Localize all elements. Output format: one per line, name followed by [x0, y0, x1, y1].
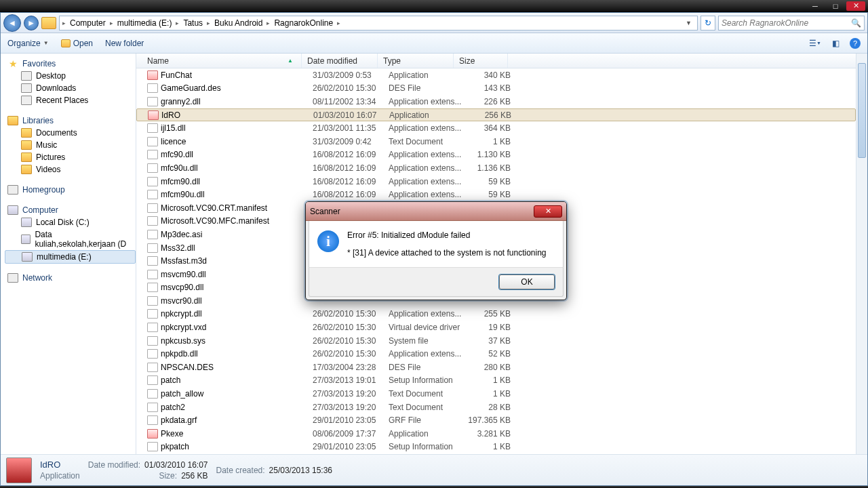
file-row[interactable]: licence31/03/2009 0:42Text Document1 KB — [136, 135, 856, 148]
preview-pane-button[interactable]: ◧ — [829, 37, 842, 49]
organize-button[interactable]: Organize ▼ — [7, 39, 49, 48]
sidebar-item-drive-e[interactable]: multimedia (E:) — [5, 250, 136, 264]
col-type[interactable]: Type — [378, 54, 454, 68]
ok-button[interactable]: OK — [499, 274, 555, 289]
file-type: Application extens... — [389, 123, 465, 133]
file-row[interactable]: patch27/03/2013 19:01Setup Information1 … — [136, 374, 856, 388]
file-icon — [147, 230, 158, 239]
crumb[interactable]: Computer — [68, 18, 107, 28]
crumb[interactable]: Tatus — [182, 18, 204, 28]
crumb[interactable]: RagnarokOnline — [273, 18, 334, 28]
file-row[interactable]: npkcrypt.vxd26/02/2010 15:30Virtual devi… — [136, 321, 856, 334]
view-options-button[interactable]: ☰ ▼ — [809, 37, 821, 49]
sidebar-homegroup[interactable]: Homegroup — [5, 184, 136, 196]
file-row[interactable]: npkcusb.sys26/02/2010 15:30System file37… — [136, 334, 856, 348]
file-date: 21/03/2001 11:35 — [313, 123, 389, 133]
file-row[interactable]: FunChat31/03/2009 0:53Application340 KB — [136, 68, 856, 82]
col-size[interactable]: Size — [454, 54, 508, 68]
file-name: Mp3dec.asi — [161, 230, 313, 239]
file-type: Application extens... — [389, 309, 465, 319]
minimize-button[interactable]: ─ — [806, 1, 825, 11]
file-row[interactable]: IdRO01/03/2010 16:07Application256 KB — [136, 108, 856, 122]
file-size: 255 KB — [465, 309, 515, 319]
file-row[interactable]: pkdata.grf29/01/2010 23:05GRF File197.36… — [136, 413, 856, 427]
file-date: 29/01/2010 23:05 — [313, 415, 389, 425]
help-button[interactable]: ? — [850, 38, 861, 49]
file-name: NPSCAN.DES — [161, 363, 313, 372]
file-date: 27/03/2013 19:20 — [313, 403, 389, 412]
sidebar-libraries[interactable]: Libraries — [5, 115, 136, 127]
chevron-down-icon[interactable]: ▼ — [683, 20, 694, 26]
sidebar-computer[interactable]: Computer — [5, 204, 136, 216]
file-size: 226 KB — [465, 97, 515, 106]
file-row[interactable]: ijl15.dll21/03/2001 11:35Application ext… — [136, 121, 856, 135]
sidebar-item-drive-c[interactable]: Local Disk (C:) — [5, 216, 136, 228]
file-row[interactable]: granny2.dll08/11/2002 13:34Application e… — [136, 95, 856, 108]
file-size: 1 KB — [465, 137, 515, 146]
back-button[interactable]: ◄ — [3, 14, 21, 32]
file-row[interactable]: GameGuard.des26/02/2010 15:30DES File143… — [136, 82, 856, 96]
file-icon — [147, 97, 158, 106]
error-dialog: Scanner ✕ i Error #5: Initialized dModul… — [305, 201, 567, 300]
dialog-titlebar[interactable]: Scanner ✕ — [306, 202, 566, 221]
file-icon — [147, 429, 158, 439]
file-type: Text Document — [389, 137, 465, 146]
file-row[interactable]: NPSCAN.DES17/03/2004 23:28DES File280 KB — [136, 361, 856, 374]
file-date: 16/08/2012 16:09 — [313, 150, 389, 159]
file-size: 280 KB — [465, 363, 515, 372]
file-name: npkcrypt.dll — [161, 309, 313, 319]
sidebar-item-documents[interactable]: Documents — [5, 127, 136, 139]
maximize-button[interactable]: □ — [826, 1, 845, 11]
sidebar-favorites[interactable]: ★Favorites — [5, 58, 136, 70]
file-row[interactable]: npkcrypt.dll26/02/2010 15:30Application … — [136, 308, 856, 321]
file-row[interactable]: mfc90.dll16/08/2012 16:09Application ext… — [136, 148, 856, 162]
sidebar-network[interactable]: Network — [5, 272, 136, 284]
file-type: Application — [389, 429, 465, 439]
file-name: GameGuard.des — [161, 83, 313, 93]
col-name[interactable]: Name▲ — [136, 54, 302, 68]
file-row[interactable]: npkpdb.dll26/02/2010 15:30Application ex… — [136, 347, 856, 361]
crumb[interactable]: Buku Android — [213, 18, 264, 28]
computer-icon — [7, 205, 18, 215]
col-date[interactable]: Date modified — [302, 54, 378, 68]
sidebar-item-pictures[interactable]: Pictures — [5, 151, 136, 163]
sidebar-item-drive-d[interactable]: Data kuliah,sekolah,kerjaan (D — [5, 228, 136, 250]
open-button[interactable]: Open — [61, 39, 93, 48]
forward-button[interactable]: ► — [24, 16, 39, 30]
file-row[interactable]: patch227/03/2013 19:20Text Document28 KB — [136, 401, 856, 414]
file-row[interactable]: Pkexe08/06/2009 17:37Application3.281 KB — [136, 427, 856, 441]
sidebar-item-videos[interactable]: Videos — [5, 163, 136, 176]
file-type: System file — [389, 336, 465, 346]
file-name: mfc90u.dll — [161, 163, 313, 173]
file-name: patch2 — [161, 403, 313, 412]
search-icon[interactable]: 🔍 — [851, 18, 861, 28]
dialog-close-button[interactable]: ✕ — [534, 205, 562, 218]
file-date: 26/02/2010 15:30 — [313, 336, 389, 346]
scrollbar[interactable] — [856, 54, 867, 454]
file-thumbnail — [6, 458, 32, 483]
refresh-button[interactable]: ↻ — [701, 16, 715, 30]
file-row[interactable]: patch_allow27/03/2013 19:20Text Document… — [136, 387, 856, 401]
search-field[interactable] — [722, 18, 851, 28]
dialog-title: Scanner — [310, 207, 340, 216]
new-folder-button[interactable]: New folder — [105, 39, 144, 48]
file-name: npkcrypt.vxd — [161, 323, 313, 332]
close-button[interactable]: ✕ — [846, 1, 865, 11]
file-row[interactable]: mfcm90.dll16/08/2012 16:09Application ex… — [136, 175, 856, 188]
file-size: 59 KB — [465, 177, 515, 186]
sidebar-item-music[interactable]: Music — [5, 139, 136, 151]
file-row[interactable]: pkpatch29/01/2010 23:05Setup Information… — [136, 441, 856, 454]
file-row[interactable]: mfc90u.dll16/08/2012 16:09Application ex… — [136, 161, 856, 175]
crumb[interactable]: multimedia (E:) — [116, 18, 174, 28]
search-input[interactable]: 🔍 — [718, 16, 865, 30]
file-row[interactable]: mfcm90u.dll16/08/2012 16:09Application e… — [136, 188, 856, 201]
sidebar-item-desktop[interactable]: Desktop — [5, 70, 136, 82]
sidebar-item-recent[interactable]: Recent Places — [5, 94, 136, 106]
file-name: patch_allow — [161, 389, 313, 399]
scrollbar-thumb[interactable] — [858, 63, 866, 158]
sidebar-item-downloads[interactable]: Downloads — [5, 82, 136, 94]
file-date: 31/03/2009 0:42 — [313, 137, 389, 146]
breadcrumb[interactable]: ▸ Computer ▸ multimedia (E:) ▸ Tatus ▸ B… — [59, 16, 698, 30]
file-name: npkcusb.sys — [161, 336, 313, 346]
file-size: 256 KB — [465, 110, 515, 120]
